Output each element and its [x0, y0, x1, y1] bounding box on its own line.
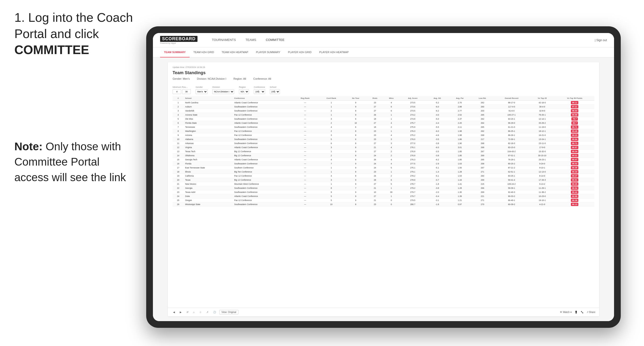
table-cell: 22 [172, 186, 184, 190]
table-cell: 109-24-2 [494, 182, 530, 186]
table-cell: 10 [345, 121, 367, 125]
table-cell: 221 [471, 194, 494, 198]
table-cell: 2 [172, 105, 184, 109]
tab-player-summary[interactable]: PLAYER SUMMARY [252, 47, 284, 57]
table-cell: 27 [367, 150, 383, 154]
view-original-label: View: Original [222, 311, 236, 314]
table-cell: 9 [345, 190, 367, 194]
table-cell: 80.71 [555, 141, 594, 146]
tab-player-h2h-heatmap[interactable]: PLAYER H2H HEATMAP [316, 47, 352, 57]
table-cell: 9 [172, 133, 184, 137]
table-cell: 2 [383, 174, 399, 178]
nav-links: TOURNAMENTS TEAMS COMMITTEE [207, 33, 595, 47]
col-wins: Wins [383, 96, 399, 101]
table-cell: Atlantic Coast Conference [233, 101, 292, 105]
table-cell: Southeastern Conference [233, 137, 292, 141]
table-cell: 278.7 [399, 182, 426, 186]
table-row: 24DukeAtlantic Coast Conference—59271279… [172, 194, 594, 198]
tab-player-h2h-grid[interactable]: PLAYER H2H GRID [284, 47, 316, 57]
table-cell: 80.91 [555, 178, 594, 182]
toolbar-icon1[interactable]: ⬆ [574, 310, 578, 314]
tab-team-h2h-grid[interactable]: TEAM H2H GRID [190, 47, 218, 57]
nav-tournaments[interactable]: TOURNAMENTS [207, 33, 241, 47]
table-cell: 6 [383, 105, 399, 109]
nav-teams[interactable]: TEAMS [241, 33, 261, 47]
table-cell: 3 [318, 146, 345, 150]
table-cell: 97-01-1 [494, 154, 530, 158]
table-cell: 23 [367, 133, 383, 137]
table-cell: 2 [383, 154, 399, 158]
table-cell: 80.57 [555, 146, 594, 150]
min-val-input[interactable] [172, 89, 181, 94]
table-cell: — [292, 125, 318, 129]
table-cell: 1 [318, 166, 345, 170]
table-cell: 27 [367, 121, 383, 125]
toolbar-forward[interactable]: ▶ [178, 310, 183, 314]
table-cell: 260 [471, 105, 494, 109]
table-cell: New Mexico [184, 182, 233, 186]
table-cell: 273.5 [399, 101, 426, 105]
toolbar-share2[interactable]: ↗ [205, 310, 210, 314]
toolbar-clock[interactable]: 🕐 [212, 310, 218, 314]
table-cell: 1.28 [448, 170, 472, 174]
school-select[interactable]: (All) [270, 89, 280, 94]
table-cell: -5.5 [426, 125, 448, 129]
table-cell: 1 [318, 150, 345, 154]
table-cell: 27 [367, 182, 383, 186]
table-cell: Auburn [184, 105, 233, 109]
table-cell: -6.0 [426, 129, 448, 133]
table-cell: — [292, 194, 318, 198]
table-cell: Illinois [184, 170, 233, 174]
table-cell: 6 [383, 109, 399, 113]
watch-btn[interactable]: 👁 Watch ▾ [560, 311, 572, 314]
table-cell: 80.13 [555, 202, 594, 206]
instruction-area: 1. Log into the Coach Portal and click C… [14, 9, 158, 58]
table-cell: 6 [345, 117, 367, 121]
table-cell: 269 [471, 154, 494, 158]
table-cell: 1 [318, 105, 345, 109]
toolbar-bookmark[interactable]: ☆ [198, 310, 203, 314]
table-cell: 63-15-1 [494, 117, 530, 121]
toolbar-refresh[interactable]: ↺ [185, 310, 190, 314]
table-cell: 262 [471, 129, 494, 133]
table-cell: Florida [184, 162, 233, 166]
signout-link[interactable]: | Sign out [595, 38, 607, 42]
table-cell: -5.0 [426, 117, 448, 121]
view-original-btn[interactable]: View: Original [219, 310, 238, 314]
toolbar-home[interactable]: ⌂ [192, 310, 196, 314]
share-btn[interactable]: ↗ Share [586, 311, 595, 314]
division-select[interactable]: NCAA Division I [212, 89, 234, 94]
conference-select[interactable]: (All) [254, 89, 265, 94]
table-cell: 1.28 [448, 186, 472, 190]
table-cell: 2.52 [448, 113, 472, 117]
col-avg-sg: Avg. SG [426, 96, 448, 101]
gender-select[interactable]: Men's [196, 89, 208, 94]
committee-bold: COMMITTEE [14, 43, 89, 57]
table-cell: 9 [318, 190, 345, 194]
table-cell: Atlantic Coast Conference [233, 121, 292, 125]
table-cell: East Tennessee State [184, 166, 233, 170]
table-cell: 30 [383, 190, 399, 194]
table-cell: 2.20 [448, 121, 472, 125]
table-cell: 273.5 [399, 109, 426, 113]
table-cell: -3.5 [426, 150, 448, 154]
app-navbar: SCOREBOARD Powered by clippd TOURNAMENTS… [153, 33, 614, 47]
nav-committee[interactable]: COMMITTEE [261, 33, 289, 47]
region-select[interactable]: N/A [239, 89, 249, 94]
tab-team-h2h-heatmap[interactable]: TEAM H2H HEATMAP [218, 47, 252, 57]
conference-control: Conference (All) [254, 86, 265, 94]
toolbar-icon2[interactable]: ⤡ [580, 310, 584, 314]
table-row: 12VirginiaAtlantic Coast Conference—3821… [172, 146, 594, 150]
table-cell: 8 [345, 109, 367, 113]
table-cell: 96-29-0 [494, 121, 530, 125]
tab-team-summary[interactable]: TEAM SUMMARY [160, 47, 190, 57]
col-rnds: Rnds [367, 96, 383, 101]
toolbar-back[interactable]: ◀ [172, 310, 176, 314]
table-cell: — [292, 174, 318, 178]
table-cell: 59-41-4 [494, 178, 530, 182]
max-val-input[interactable] [182, 89, 191, 94]
table-cell: 3 [383, 137, 399, 141]
table-row: 26Mississippi StateSoutheastern Conferen… [172, 202, 594, 206]
table-cell: 1.30 [448, 190, 472, 194]
table-cell: 278.9 [399, 178, 426, 182]
